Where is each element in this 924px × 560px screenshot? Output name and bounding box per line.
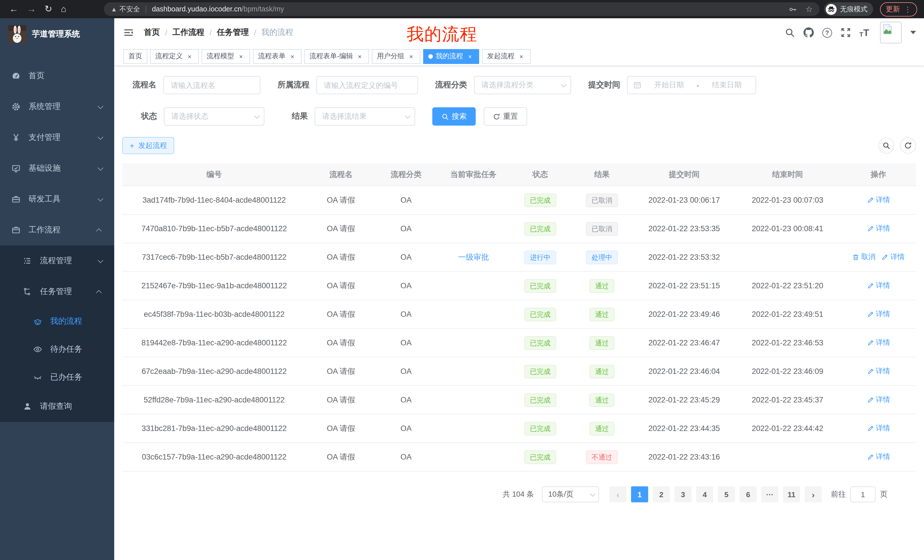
close-icon[interactable]: × [237, 52, 245, 60]
page-button-5[interactable]: 5 [718, 487, 735, 502]
detail-action-link[interactable]: 详情 [867, 309, 890, 319]
sidebar-item-任务管理[interactable]: 任务管理 [0, 276, 114, 307]
chevron-down-icon [98, 196, 104, 201]
forward-icon[interactable]: → [27, 4, 36, 14]
page-button-2[interactable]: 2 [653, 487, 670, 502]
flow-icon [23, 287, 32, 296]
reload-icon[interactable]: ↻ [45, 4, 52, 14]
close-icon[interactable]: × [407, 52, 415, 60]
status-select[interactable]: 请选择状态 [164, 107, 264, 126]
font-size-icon[interactable]: TT [860, 28, 869, 37]
page-button-4[interactable]: 4 [696, 487, 713, 502]
category-select[interactable]: 请选择流程分类 [474, 76, 571, 94]
more-pages-icon[interactable]: ··· [761, 487, 778, 502]
category-placeholder: 请选择流程分类 [482, 80, 533, 90]
sidebar-item-研发工具[interactable]: 研发工具 [0, 184, 114, 215]
tab-流程表单-编辑[interactable]: 流程表单-编辑× [304, 49, 369, 64]
result-select[interactable]: 请选择流结果 [315, 107, 415, 126]
toggle-search-button[interactable] [878, 138, 894, 154]
browser-menu-icon[interactable]: ⋮ [904, 5, 911, 13]
detail-action-link[interactable]: 详情 [867, 452, 890, 461]
sidebar-item-工作流程[interactable]: 工作流程 [0, 215, 114, 246]
page-size-select[interactable]: 10条/页 [542, 487, 599, 502]
page-button-3[interactable]: 3 [675, 487, 692, 502]
back-icon[interactable]: ← [9, 4, 18, 14]
tab-我的流程[interactable]: 我的流程× [423, 49, 479, 64]
sidebar-item-首页[interactable]: 首页 [0, 60, 114, 91]
sidebar-fold-icon[interactable] [123, 27, 134, 38]
help-icon[interactable]: ? [822, 28, 832, 37]
sidebar-logo[interactable]: 芋道管理系统 [0, 18, 114, 50]
create-process-button[interactable]: + 发起流程 [122, 137, 174, 154]
tab-流程模型[interactable]: 流程模型× [202, 49, 250, 64]
bookmark-star-icon[interactable]: ☆ [806, 4, 813, 14]
column-header-状态: 状态 [510, 169, 570, 180]
result-badge: 处理中 [586, 250, 618, 264]
search-button[interactable]: 搜索 [432, 107, 476, 126]
process-input[interactable] [317, 76, 417, 94]
detail-action-link[interactable]: 详情 [867, 395, 890, 404]
search-icon[interactable] [784, 27, 795, 38]
goto-page-input[interactable] [850, 487, 876, 502]
close-icon[interactable]: × [466, 52, 474, 60]
cell-result: 通过 [570, 422, 634, 435]
sidebar-item-请假查询[interactable]: 请假查询 [0, 391, 114, 422]
address-bar[interactable]: ▲ 不安全 dashboard.yudao.iocoder.cn /bpm/ta… [104, 2, 819, 16]
tab-label: 首页 [129, 51, 142, 61]
sidebar: 芋道管理系统 首页系统管理支付管理基础设施研发工具工作流程流程管理任务管理我的流… [0, 18, 114, 560]
date-range-picker[interactable]: 开始日期 - 结束日期 [627, 76, 756, 94]
close-icon[interactable]: × [518, 52, 525, 60]
close-icon[interactable]: × [186, 52, 194, 60]
cancel-action-link[interactable]: 取消 [852, 252, 876, 262]
reset-button[interactable]: 重置 [484, 107, 527, 126]
close-icon[interactable]: × [356, 52, 364, 60]
navbar-actions: ? TT [784, 18, 916, 47]
breadcrumb-item-任务管理[interactable]: 任务管理 [217, 27, 249, 38]
home-icon[interactable]: ⌂ [61, 4, 66, 14]
detail-action-link[interactable]: 详情 [867, 423, 890, 433]
detail-action-link[interactable]: 详情 [867, 366, 890, 376]
page-button-6[interactable]: 6 [740, 487, 757, 502]
avatar-caret-icon[interactable] [910, 31, 916, 34]
close-icon[interactable]: × [288, 52, 296, 60]
sidebar-item-流程管理[interactable]: 流程管理 [0, 246, 114, 276]
result-badge: 通过 [590, 336, 615, 350]
cell-result: 通过 [570, 336, 634, 350]
status-badge: 已完成 [524, 393, 556, 407]
sidebar-item-我的流程[interactable]: 我的流程 [0, 307, 114, 335]
sidebar-item-label: 系统管理 [28, 102, 98, 112]
detail-action-link[interactable]: 详情 [867, 223, 890, 233]
current-task-link[interactable]: 一级审批 [458, 253, 489, 261]
name-input[interactable] [164, 76, 260, 94]
table-row: 331bc281-7b9a-11ec-a290-acde48001122OA 请… [122, 415, 916, 443]
detail-action-link[interactable]: 详情 [867, 195, 890, 205]
tab-用户分组[interactable]: 用户分组× [372, 49, 420, 64]
sidebar-item-支付管理[interactable]: 支付管理 [0, 122, 114, 153]
cell-category: OA [376, 281, 436, 290]
cell-result: 处理中 [570, 250, 634, 264]
browser-update-button[interactable]: 更新 ⋮ [880, 2, 917, 16]
sidebar-item-系统管理[interactable]: 系统管理 [0, 91, 114, 122]
tab-发起流程[interactable]: 发起流程× [482, 49, 531, 64]
breadcrumb-item-首页[interactable]: 首页 [144, 27, 160, 38]
fullscreen-icon[interactable] [841, 27, 851, 38]
detail-action-link[interactable]: 详情 [867, 338, 890, 347]
tab-流程定义[interactable]: 流程定义× [150, 49, 199, 64]
detail-action-link[interactable]: 详情 [881, 252, 904, 262]
sidebar-item-基础设施[interactable]: 基础设施 [0, 153, 114, 184]
key-icon[interactable] [789, 5, 798, 13]
page-button-11[interactable]: 11 [783, 487, 800, 502]
tab-流程表单[interactable]: 流程表单× [253, 49, 302, 64]
user-avatar[interactable] [880, 22, 902, 43]
breadcrumb-item-工作流程[interactable]: 工作流程 [172, 27, 204, 38]
github-icon[interactable] [804, 27, 814, 38]
tab-首页[interactable]: 首页 [123, 49, 147, 64]
refresh-table-button[interactable] [900, 138, 916, 154]
result-badge: 通过 [590, 364, 615, 378]
sidebar-item-已办任务[interactable]: 已办任务 [0, 363, 114, 391]
next-page-button[interactable]: › [805, 487, 822, 502]
sidebar-item-待办任务[interactable]: 待办任务 [0, 335, 114, 363]
page-button-1[interactable]: 1 [631, 487, 648, 502]
detail-action-link[interactable]: 详情 [867, 281, 890, 290]
prev-page-button[interactable]: ‹ [609, 487, 627, 502]
